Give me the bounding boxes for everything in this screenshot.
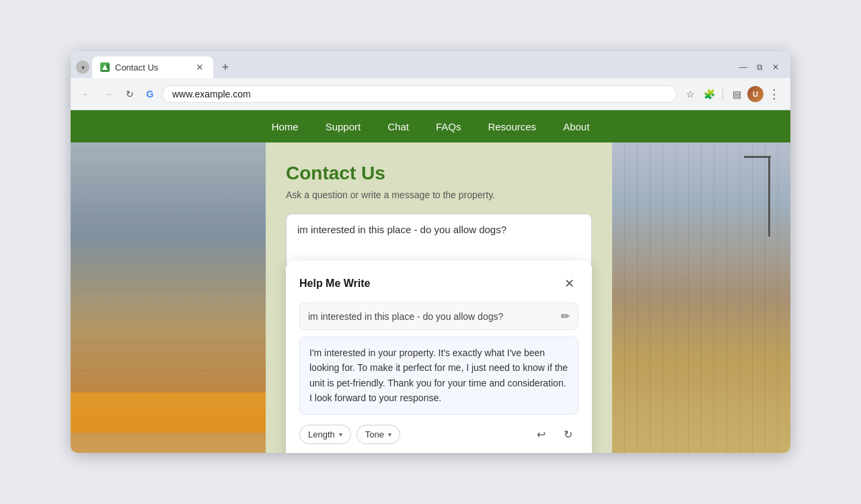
url-bar[interactable]: www.example.com — [162, 85, 677, 103]
taxi-decoration — [71, 392, 266, 433]
website-content: Home Support Chat FAQs Resources About C… — [71, 110, 790, 453]
nav-home[interactable]: Home — [272, 118, 299, 135]
address-bar: ← → ↻ G www.example.com ☆ 🧩 ▤ U ⋮ — [71, 78, 790, 110]
address-icons: ☆ 🧩 ▤ U ⋮ — [682, 86, 782, 102]
url-text: www.example.com — [172, 89, 667, 99]
right-photo — [612, 142, 790, 453]
tab-list-btn[interactable]: ▾ — [76, 60, 89, 74]
back-button[interactable]: ← — [79, 86, 95, 102]
site-content: Contact Us Ask a question or write a mes… — [71, 142, 790, 453]
nav-faqs[interactable]: FAQs — [436, 118, 461, 135]
input-preview: im interested in this place - do you all… — [299, 302, 578, 330]
tab-title: Contact Us — [115, 62, 158, 73]
extension-button[interactable]: 🧩 — [701, 86, 717, 102]
active-tab[interactable]: Contact Us ✕ — [92, 56, 213, 78]
tone-dropdown[interactable]: Tone ▾ — [357, 425, 400, 444]
close-button[interactable]: ✕ — [769, 60, 782, 74]
profile-avatar[interactable]: U — [747, 86, 763, 102]
browser-window: ▾ Contact Us ✕ + — ⧉ ✕ ← → ↻ G www.examp… — [71, 51, 790, 453]
bookmark-button[interactable]: ☆ — [682, 86, 698, 102]
edit-icon[interactable]: ✏ — [561, 310, 570, 323]
forward-button[interactable]: → — [100, 86, 116, 102]
right-photo-bg — [612, 142, 790, 453]
nav-resources[interactable]: Resources — [488, 118, 536, 135]
nav-support[interactable]: Support — [326, 118, 361, 135]
page-subtitle: Ask a question or write a message to the… — [286, 190, 592, 200]
more-button[interactable]: ⋮ — [766, 86, 782, 102]
new-tab-button[interactable]: + — [216, 58, 235, 77]
streetlight-decoration — [768, 156, 770, 237]
input-preview-text: im interested in this place - do you all… — [308, 311, 503, 322]
sidebar-button[interactable]: ▤ — [728, 86, 745, 102]
panel-header: Help Me Write ✕ — [299, 274, 578, 293]
page-title: Contact Us — [286, 163, 592, 184]
window-controls: — ⧉ ✕ — [737, 60, 785, 74]
maximize-button[interactable]: ⧉ — [753, 60, 766, 74]
site-nav: Home Support Chat FAQs Resources About — [71, 110, 790, 142]
undo-button[interactable]: ↩ — [530, 424, 552, 446]
ai-output-text: I'm interested in your property. It's ex… — [299, 337, 578, 415]
left-photo — [71, 142, 266, 453]
chevron-down-icon: ▾ — [81, 64, 85, 71]
refresh-button[interactable]: ↻ — [122, 86, 138, 102]
panel-controls: Length ▾ Tone ▾ ↩ ↻ — [299, 424, 578, 446]
tab-bar: ▾ Contact Us ✕ + — ⧉ ✕ — [71, 51, 790, 78]
panel-title: Help Me Write — [299, 278, 371, 290]
tone-chevron-icon: ▾ — [388, 431, 391, 438]
length-chevron-icon: ▾ — [339, 431, 342, 438]
help-me-write-panel: Help Me Write ✕ im interested in this pl… — [286, 261, 592, 453]
tab-close-button[interactable]: ✕ — [194, 62, 205, 73]
length-label: Length — [308, 429, 335, 439]
divider — [722, 87, 723, 101]
redo-button[interactable]: ↻ — [557, 424, 578, 446]
minimize-button[interactable]: — — [737, 60, 750, 74]
tone-label: Tone — [365, 429, 384, 439]
tab-favicon — [100, 62, 110, 72]
contact-section: Contact Us Ask a question or write a mes… — [266, 142, 612, 453]
message-input[interactable]: im interested in this place - do you all… — [286, 214, 592, 267]
nav-about[interactable]: About — [563, 118, 589, 135]
panel-close-button[interactable]: ✕ — [560, 274, 578, 293]
length-dropdown[interactable]: Length ▾ — [299, 425, 351, 444]
regen-controls: ↩ ↻ — [530, 424, 578, 446]
google-logo: G — [143, 87, 157, 101]
nav-chat[interactable]: Chat — [387, 118, 409, 135]
